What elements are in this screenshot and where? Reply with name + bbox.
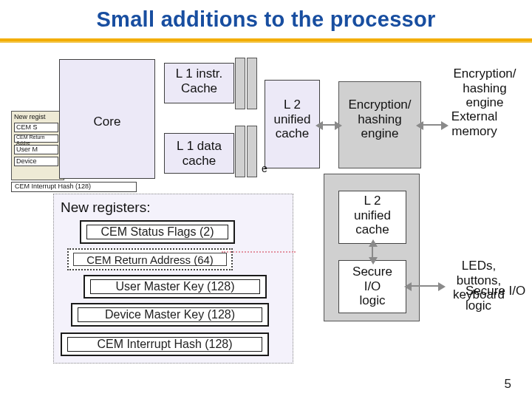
secure-io-left-label: Secure I/O logic <box>338 265 406 308</box>
reg-cem-return: CEM Return Address (64) <box>67 248 233 270</box>
reg-umk-label: User Master Key (128) <box>85 280 265 293</box>
panel-title: New registers: <box>61 200 150 216</box>
slide-number: 5 <box>505 377 511 392</box>
title-rule-shadow <box>0 41 532 43</box>
arrow-l2-secio <box>372 246 373 258</box>
arrow-l2-enc <box>322 124 335 126</box>
mini-row-3: Device <box>14 157 58 166</box>
mini-title: New regist <box>14 113 46 120</box>
l2-upper-label: L 2 unified cache <box>265 98 320 141</box>
enc-right-label: Encryption/ hashing engine <box>443 66 526 110</box>
mini-row-4: CEM Interrupt Hash (128) <box>11 182 137 192</box>
arrow-secio-leds <box>411 285 439 287</box>
bus-stub-3 <box>235 126 245 177</box>
core-label: Core <box>74 115 140 129</box>
slide-title: Small additions to the processor <box>0 7 532 32</box>
dotted-connector <box>222 251 296 253</box>
reg-cem-status-label: CEM Status Flags (2) <box>81 225 233 239</box>
arrow-enc-mem <box>423 124 442 126</box>
bus-stub-2 <box>247 58 257 109</box>
reg-user-master-key: User Master Key (128) <box>83 275 267 299</box>
cache-fragment: e <box>259 163 270 174</box>
secure-io-right-label: Secure I/O logic <box>466 284 532 313</box>
mini-row-0: CEM S <box>14 123 58 132</box>
l2-lower-label: L 2 unified cache <box>338 194 406 237</box>
bus-stub-4 <box>247 126 257 177</box>
reg-cem-int-hash: CEM Interrupt Hash (128) <box>61 332 269 356</box>
l1-instr-label: L 1 instr. Cache <box>164 66 234 95</box>
bus-stub-1 <box>235 58 245 109</box>
mini-row-1: CEM Return Addre <box>14 134 58 143</box>
reg-cih-label: CEM Interrupt Hash (128) <box>62 338 267 351</box>
enc-mid-label: Encryption/ hashing engine <box>338 98 421 141</box>
reg-device-master-key: Device Master Key (128) <box>71 303 269 327</box>
mini-row-2: User M <box>14 145 58 154</box>
mini-row-4-label: CEM Interrupt Hash (128) <box>15 183 91 190</box>
reg-cem-status: CEM Status Flags (2) <box>80 220 235 244</box>
reg-cem-return-label: CEM Return Address (64) <box>69 253 231 266</box>
slide: Small additions to the processor New reg… <box>0 0 532 399</box>
l1-data-label: L 1 data cache <box>164 139 234 168</box>
mini-registers-panel: New regist CEM S CEM Return Addre User M… <box>11 111 64 180</box>
reg-dmk-label: Device Master Key (128) <box>72 308 267 321</box>
